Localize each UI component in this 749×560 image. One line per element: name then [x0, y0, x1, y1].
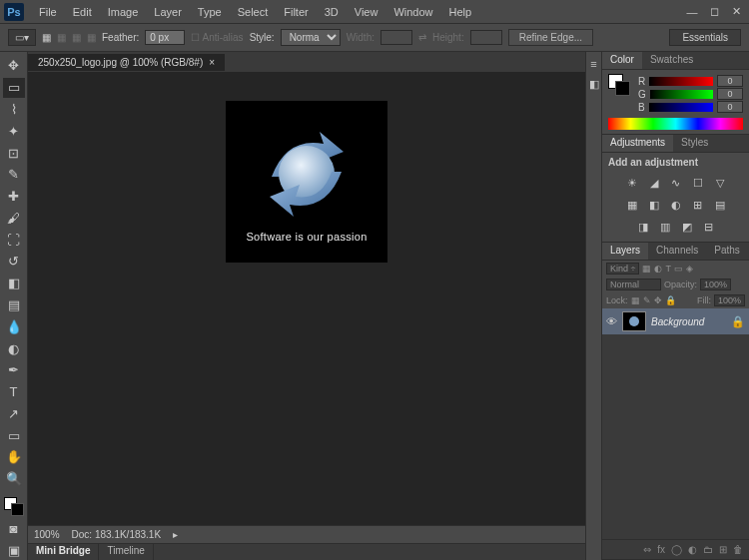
- marquee-tool-icon[interactable]: ▭: [3, 78, 25, 98]
- history-brush-tool-icon[interactable]: ↺: [3, 252, 25, 272]
- menu-help[interactable]: Help: [442, 4, 479, 20]
- dock-properties-icon[interactable]: ◧: [589, 78, 599, 91]
- dodge-tool-icon[interactable]: ◐: [3, 338, 25, 358]
- tab-adjustments[interactable]: Adjustments: [602, 135, 673, 152]
- b-slider[interactable]: [649, 103, 713, 112]
- adj-levels-icon[interactable]: ◢: [646, 176, 662, 190]
- crop-tool-icon[interactable]: ⊡: [3, 143, 25, 163]
- fx-icon[interactable]: fx: [657, 544, 665, 555]
- menu-edit[interactable]: Edit: [66, 4, 99, 20]
- tab-styles[interactable]: Styles: [673, 135, 716, 152]
- menu-window[interactable]: Window: [386, 4, 439, 20]
- zoom-tool-icon[interactable]: 🔍: [3, 469, 25, 489]
- type-tool-icon[interactable]: T: [3, 382, 25, 402]
- document-tab-close-icon[interactable]: ×: [209, 57, 215, 68]
- adj-threshold-icon[interactable]: ◩: [679, 220, 695, 234]
- selection-mode-add-icon[interactable]: ▦: [57, 32, 66, 43]
- layer-filter-kind[interactable]: Kind ÷: [606, 263, 639, 275]
- window-close-icon[interactable]: ✕: [727, 5, 745, 19]
- dock-history-icon[interactable]: ≡: [590, 58, 596, 70]
- tab-swatches[interactable]: Swatches: [642, 52, 701, 69]
- move-tool-icon[interactable]: ✥: [3, 56, 25, 76]
- b-value[interactable]: 0: [717, 101, 743, 113]
- r-slider[interactable]: [649, 77, 713, 86]
- eraser-tool-icon[interactable]: ◧: [3, 274, 25, 293]
- mask-icon[interactable]: ◯: [671, 544, 682, 555]
- adj-curves-icon[interactable]: ∿: [668, 176, 684, 190]
- status-menu-icon[interactable]: ▸: [173, 529, 178, 540]
- adj-hue-icon[interactable]: ▦: [624, 198, 640, 212]
- brush-tool-icon[interactable]: 🖌: [3, 208, 25, 228]
- style-select[interactable]: Normal: [281, 29, 341, 46]
- new-group-icon[interactable]: 🗀: [703, 544, 713, 555]
- tool-preset-icon[interactable]: ▭▾: [8, 29, 36, 46]
- g-slider[interactable]: [650, 90, 713, 99]
- filter-type-icon[interactable]: T: [665, 264, 671, 274]
- pen-tool-icon[interactable]: ✒: [3, 360, 25, 380]
- tab-layers[interactable]: Layers: [602, 243, 648, 260]
- new-adj-icon[interactable]: ◐: [688, 544, 697, 555]
- r-value[interactable]: 0: [717, 75, 743, 87]
- menu-filter[interactable]: Filter: [277, 4, 315, 20]
- stamp-tool-icon[interactable]: ⛶: [3, 230, 25, 250]
- filter-shape-icon[interactable]: ▭: [674, 264, 683, 274]
- menu-3d[interactable]: 3D: [318, 4, 346, 20]
- menu-image[interactable]: Image: [101, 4, 146, 20]
- screenmode-icon[interactable]: ▣: [3, 540, 25, 560]
- fill-value[interactable]: 100%: [714, 294, 745, 306]
- menu-type[interactable]: Type: [191, 4, 229, 20]
- menu-file[interactable]: File: [32, 4, 64, 20]
- delete-layer-icon[interactable]: 🗑: [733, 544, 743, 555]
- lock-pixel-icon[interactable]: ✎: [643, 295, 651, 305]
- color-preview-swatch[interactable]: [608, 74, 630, 96]
- blur-tool-icon[interactable]: 💧: [3, 316, 25, 336]
- adj-mixer-icon[interactable]: ⊞: [690, 198, 706, 212]
- selection-mode-int-icon[interactable]: ▦: [87, 32, 96, 43]
- adj-photo-icon[interactable]: ◐: [668, 198, 684, 212]
- workspace-essentials-button[interactable]: Essentials: [669, 29, 741, 46]
- path-tool-icon[interactable]: ↗: [3, 404, 25, 424]
- heal-tool-icon[interactable]: ✚: [3, 187, 25, 207]
- filter-pixel-icon[interactable]: ▦: [642, 264, 651, 274]
- selection-mode-new-icon[interactable]: ▦: [42, 32, 51, 43]
- lasso-tool-icon[interactable]: ⌇: [3, 100, 25, 120]
- new-layer-icon[interactable]: ⊞: [719, 544, 727, 555]
- selection-mode-sub-icon[interactable]: ▦: [72, 32, 81, 43]
- feather-input[interactable]: [145, 30, 185, 45]
- adj-exposure-icon[interactable]: ☐: [690, 176, 706, 190]
- zoom-level[interactable]: 100%: [34, 529, 60, 540]
- lock-pos-icon[interactable]: ✥: [654, 295, 662, 305]
- opacity-value[interactable]: 100%: [700, 279, 731, 290]
- quickmask-icon[interactable]: ◙: [3, 518, 25, 538]
- document-tab[interactable]: 250x250_logo.jpg @ 100% (RGB/8#) ×: [28, 54, 225, 71]
- tab-minibridge[interactable]: Mini Bridge: [28, 544, 99, 560]
- gradient-tool-icon[interactable]: ▤: [3, 295, 25, 315]
- tab-timeline[interactable]: Timeline: [99, 544, 153, 560]
- adj-lookup-icon[interactable]: ▤: [712, 198, 728, 212]
- g-value[interactable]: 0: [717, 88, 743, 100]
- adj-brightness-icon[interactable]: ☀: [624, 176, 640, 190]
- document-canvas[interactable]: Software is our passion: [227, 102, 386, 262]
- lock-all-icon[interactable]: 🔒: [665, 295, 676, 305]
- layer-thumbnail[interactable]: [622, 311, 646, 331]
- shape-tool-icon[interactable]: ▭: [3, 425, 25, 445]
- menu-layer[interactable]: Layer: [147, 4, 189, 20]
- refine-edge-button[interactable]: Refine Edge...: [508, 29, 593, 46]
- adj-selcolor-icon[interactable]: ⊟: [701, 220, 717, 234]
- filter-smart-icon[interactable]: ◈: [686, 264, 693, 274]
- menu-view[interactable]: View: [348, 4, 385, 20]
- tab-paths[interactable]: Paths: [706, 243, 748, 260]
- adj-posterize-icon[interactable]: ▥: [657, 220, 673, 234]
- eyedropper-tool-icon[interactable]: ✎: [3, 165, 25, 185]
- spectrum-bar[interactable]: [608, 118, 743, 130]
- blend-mode-select[interactable]: Normal: [606, 279, 661, 290]
- lock-trans-icon[interactable]: ▦: [631, 295, 640, 305]
- foreground-background-swatch[interactable]: [4, 497, 24, 517]
- layer-row-background[interactable]: 👁 Background 🔒: [602, 308, 749, 334]
- menu-select[interactable]: Select: [231, 4, 276, 20]
- adj-bw-icon[interactable]: ◧: [646, 198, 662, 212]
- window-minimize-icon[interactable]: —: [683, 5, 701, 19]
- wand-tool-icon[interactable]: ✦: [3, 121, 25, 141]
- link-layers-icon[interactable]: ⇔: [643, 544, 651, 555]
- adj-vibrance-icon[interactable]: ▽: [712, 176, 728, 190]
